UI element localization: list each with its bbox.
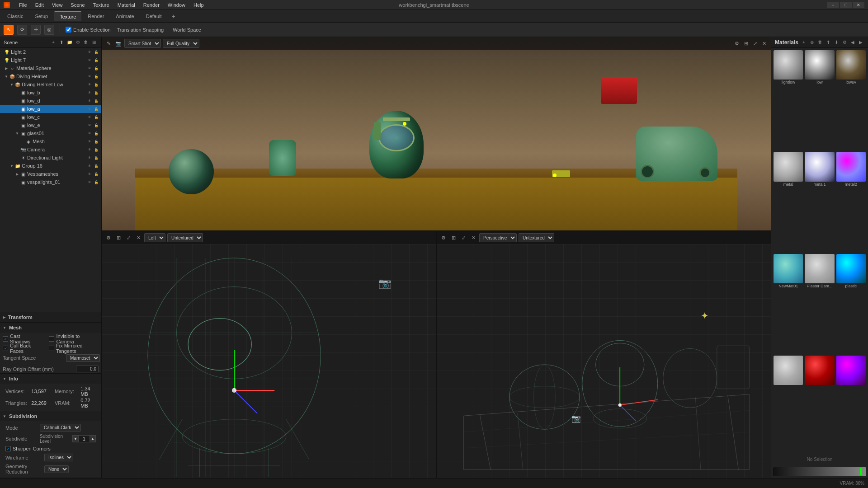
material-plastic[interactable]: plastic xyxy=(836,253,866,354)
tree-item-mesh[interactable]: ◈ Mesh 👁🔒 xyxy=(0,137,101,145)
tree-item-low-a[interactable]: ▣ low_a 👁🔒 xyxy=(0,105,101,113)
cull-back-faces-check[interactable]: Cull Back Faces xyxy=(3,343,42,354)
tab-animate[interactable]: Animate xyxy=(110,12,139,21)
material-lowuv[interactable]: lowuv xyxy=(836,50,866,150)
move-tool-button[interactable]: ✛ xyxy=(31,25,41,35)
right-vp-close-icon[interactable]: ✕ xyxy=(469,234,477,242)
menu-edit[interactable]: Edit xyxy=(32,1,47,9)
wireframe-select[interactable]: Isolines xyxy=(44,454,73,461)
stepper-down-button[interactable]: ▼ xyxy=(72,435,79,442)
sharpen-corners-check[interactable]: Sharpen Corners xyxy=(5,446,51,451)
tree-item-low-c[interactable]: ▣ low_c 👁🔒 xyxy=(0,113,101,121)
expand-arrow[interactable]: ▼ xyxy=(9,163,14,169)
invisible-camera-checkbox[interactable] xyxy=(49,336,54,342)
material-metal2[interactable]: metal2 xyxy=(836,151,866,252)
stepper-up-button[interactable]: ▲ xyxy=(90,435,96,442)
mat-more-button[interactable]: ▶ xyxy=(857,39,864,46)
scene-settings-button[interactable]: ⚙ xyxy=(74,39,81,46)
tree-item-low-d[interactable]: ▣ low_d 👁🔒 xyxy=(0,97,101,105)
expand-arrow[interactable]: ▶ xyxy=(4,66,9,71)
scene-add-button[interactable]: + xyxy=(50,39,57,46)
viewport-close-icon[interactable]: ✕ xyxy=(760,39,768,47)
transform-header[interactable]: ▶ Transform xyxy=(0,312,101,322)
left-shading-dropdown[interactable]: Untextured xyxy=(167,233,203,242)
mesh-header[interactable]: ▼ Mesh xyxy=(0,323,101,333)
material-r3[interactable] xyxy=(836,355,866,451)
menu-render[interactable]: Render xyxy=(140,1,163,9)
tree-item-directional-light[interactable]: ☀ Directional Light 👁🔒 xyxy=(0,154,101,162)
perspective-dropdown[interactable]: Perspective xyxy=(479,233,517,242)
tree-item-vespalights[interactable]: ▣ vespalights_01 👁🔒 xyxy=(0,178,101,186)
menu-texture[interactable]: Texture xyxy=(90,1,113,9)
material-newmat01[interactable]: NewMat01 xyxy=(773,253,803,354)
maximize-button[interactable]: □ xyxy=(840,2,852,8)
add-tab-button[interactable]: + xyxy=(168,12,179,21)
menu-file[interactable]: File xyxy=(15,1,31,9)
scene-trash-button[interactable]: 🗑 xyxy=(82,39,90,46)
tree-item-light2[interactable]: 💡 Light 2 👁🔒 xyxy=(0,48,101,56)
geometry-reduction-select[interactable]: None xyxy=(44,465,69,473)
cast-shadows-checkbox[interactable] xyxy=(3,336,8,342)
quality-dropdown[interactable]: Full Quality xyxy=(163,39,199,48)
scene-folder-button[interactable]: 📁 xyxy=(66,39,73,46)
tree-item-camera[interactable]: 📷 Camera 👁🔒 xyxy=(0,145,101,154)
enable-selection-check[interactable]: Enable Selection xyxy=(66,27,111,33)
menu-window[interactable]: Window xyxy=(164,1,189,9)
tree-item-low-b[interactable]: ▣ low_b 👁🔒 xyxy=(0,89,101,97)
left-viewport[interactable]: ⚙ ⊞ ⤢ ✕ Left Untextured xyxy=(102,231,437,478)
mat-add-button[interactable]: + xyxy=(800,39,807,46)
tree-item-low-e[interactable]: ▣ low_e 👁🔒 xyxy=(0,121,101,129)
menu-help[interactable]: Help xyxy=(190,1,208,9)
tree-item-glass01[interactable]: ▼ ▣ glass01 👁🔒 xyxy=(0,129,101,137)
tree-item-material-sphere[interactable]: ▶ ○ Material Sphere 👁🔒 xyxy=(0,64,101,72)
viewport-settings-icon[interactable]: ⚙ xyxy=(733,39,741,47)
minimize-button[interactable]: − xyxy=(827,2,839,8)
sharpen-corners-checkbox[interactable] xyxy=(5,446,11,451)
tangent-space-select[interactable]: Marmoset xyxy=(66,354,100,362)
vis-icon[interactable]: 👁 xyxy=(86,49,93,55)
tab-default[interactable]: Default xyxy=(141,12,167,21)
right-vp-settings-icon[interactable]: ⚙ xyxy=(439,234,448,242)
menu-material[interactable]: Material xyxy=(114,1,139,9)
tree-item-vespameshes[interactable]: ▶ ▣ Vespameshes 👁🔒 xyxy=(0,170,101,178)
mat-delete-button[interactable]: 🗑 xyxy=(816,39,824,46)
tab-setup[interactable]: Setup xyxy=(29,12,53,21)
material-low[interactable]: low xyxy=(804,50,835,150)
left-vp-settings-icon[interactable]: ⚙ xyxy=(104,234,113,242)
lock-icon[interactable]: 🔒 xyxy=(93,49,99,55)
subdivision-header[interactable]: ▼ Subdivision xyxy=(0,411,101,421)
expand-arrow[interactable]: ▼ xyxy=(14,131,20,136)
left-vp-layout-icon[interactable]: ⊞ xyxy=(114,234,123,242)
viewport-fullscreen-icon[interactable]: ⤢ xyxy=(751,39,759,47)
right-vp-expand-icon[interactable]: ⤢ xyxy=(459,234,467,242)
tree-item-diving-helmet-low[interactable]: ▼ 📦 Diving Helmet Low 👁🔒 xyxy=(0,80,101,89)
smart-shot-dropdown[interactable]: Smart Shot xyxy=(124,39,161,48)
world-space-label[interactable]: World Space xyxy=(170,26,204,33)
viewport-camera-icon[interactable]: 📷 xyxy=(114,39,123,47)
material-r2[interactable] xyxy=(804,355,835,451)
select-tool-button[interactable]: ↖ xyxy=(4,25,14,35)
main-viewport-bg[interactable]: ✎ 📷 Smart Shot Full Quality ⚙ ⊞ ⤢ ✕ xyxy=(102,37,771,230)
color-bar-handle[interactable] xyxy=(860,468,862,475)
mat-search-button[interactable]: ◀ xyxy=(849,39,856,46)
menu-scene[interactable]: Scene xyxy=(67,1,88,9)
tree-item-diving-helmet[interactable]: ▼ 📦 Diving Helmet 👁🔒 xyxy=(0,72,101,80)
translation-snapping-label[interactable]: Translation Snapping xyxy=(114,26,167,33)
left-view-dropdown[interactable]: Left xyxy=(144,233,165,242)
scene-import-button[interactable]: ⬆ xyxy=(58,39,65,46)
cull-back-faces-checkbox[interactable] xyxy=(3,346,8,351)
mode-select[interactable]: Catmull-Clark xyxy=(40,424,81,432)
left-vp-close-icon[interactable]: ✕ xyxy=(134,234,142,242)
material-r1[interactable] xyxy=(773,355,803,451)
scene-grid-button[interactable]: ⊞ xyxy=(90,39,98,46)
mat-duplicate-button[interactable]: ⊕ xyxy=(808,39,816,46)
ray-origin-input[interactable] xyxy=(76,366,99,372)
orbit-tool-button[interactable]: ◎ xyxy=(44,25,54,35)
fix-mirrored-check[interactable]: Fix Mirrored Tangents xyxy=(49,343,99,354)
tab-texture[interactable]: Texture xyxy=(54,11,81,21)
right-viewport[interactable]: ⚙ ⊞ ⤢ ✕ Perspective Untextured xyxy=(437,231,771,478)
expand-arrow[interactable]: ▼ xyxy=(4,74,9,79)
material-lightlow[interactable]: lightlow xyxy=(773,50,803,150)
expand-arrow[interactable]: ▼ xyxy=(9,82,14,87)
expand-arrow[interactable]: ▶ xyxy=(14,171,20,177)
